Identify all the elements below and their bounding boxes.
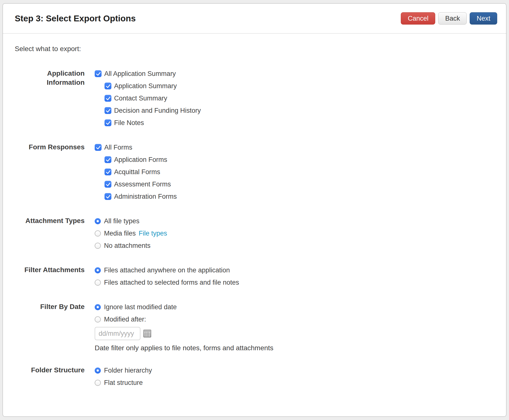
section-form-responses: Form Responses All Forms Application For… <box>15 141 494 203</box>
checkbox-decision-and-funding-history[interactable]: Decision and Funding History <box>105 104 201 117</box>
date-input[interactable] <box>95 327 140 340</box>
radio-label: Folder hierarchy <box>104 367 152 374</box>
radio-label: Flat structure <box>104 379 143 387</box>
checkbox-assessment-forms[interactable]: Assessment Forms <box>105 178 177 190</box>
section-filter-attachments: Filter Attachments Files attached anywhe… <box>15 264 494 289</box>
section-content: Ignore last modified date Modified after… <box>95 301 273 352</box>
checkbox-label: Assessment Forms <box>114 181 171 188</box>
section-label: Filter By Date <box>15 301 85 352</box>
section-content: All Forms Application Forms Acquittal Fo… <box>95 141 177 203</box>
checkbox-application-forms[interactable]: Application Forms <box>105 154 177 166</box>
file-types-link[interactable]: File types <box>139 230 167 237</box>
export-wizard-panel: Step 3: Select Export Options Cancel Bac… <box>2 3 507 417</box>
checkbox-label: Decision and Funding History <box>114 107 201 114</box>
checkbox-label: Acquittal Forms <box>114 168 160 176</box>
page-title: Step 3: Select Export Options <box>15 14 136 23</box>
date-input-row <box>95 326 273 341</box>
date-filter-note: Date filter only applies to file notes, … <box>95 344 273 352</box>
section-attachment-types: Attachment Types All file types Media fi… <box>15 215 494 252</box>
radio-label: Media files <box>104 230 136 237</box>
checkbox-label: Administration Forms <box>114 193 177 200</box>
radio-label: No attachments <box>104 242 150 250</box>
checkbox-icon[interactable] <box>95 144 102 151</box>
checkbox-label: All Forms <box>104 144 132 151</box>
section-label: Form Responses <box>15 141 85 203</box>
section-folder-structure: Folder Structure Folder hierarchy Flat s… <box>15 364 494 389</box>
radio-icon[interactable] <box>95 367 101 374</box>
checkbox-label: Application Forms <box>114 156 167 164</box>
radio-icon[interactable] <box>95 280 101 286</box>
cancel-button[interactable]: Cancel <box>401 12 435 25</box>
section-filter-by-date: Filter By Date Ignore last modified date… <box>15 301 494 352</box>
section-content: Folder hierarchy Flat structure <box>95 364 152 389</box>
section-label: Application Information <box>15 68 85 129</box>
radio-icon[interactable] <box>95 304 101 310</box>
section-label: Folder Structure <box>15 364 85 389</box>
calendar-icon[interactable] <box>143 330 151 337</box>
checkbox-icon[interactable] <box>105 181 111 188</box>
header-actions: Cancel Back Next <box>401 12 497 25</box>
checkbox-icon[interactable] <box>105 156 111 163</box>
radio-icon[interactable] <box>95 380 101 386</box>
radio-label: All file types <box>104 217 139 225</box>
radio-icon[interactable] <box>95 243 101 249</box>
section-label: Attachment Types <box>15 215 85 252</box>
radio-label: Files attached to selected forms and fil… <box>104 279 239 286</box>
panel-header: Step 3: Select Export Options Cancel Bac… <box>3 4 506 34</box>
intro-text: Select what to export: <box>15 45 494 53</box>
back-button[interactable]: Back <box>438 12 467 25</box>
radio-icon[interactable] <box>95 267 101 273</box>
radio-flat-structure[interactable]: Flat structure <box>95 377 152 389</box>
checkbox-icon[interactable] <box>105 95 111 102</box>
checkbox-label: Application Summary <box>114 82 177 90</box>
radio-all-file-types[interactable]: All file types <box>95 215 167 227</box>
section-application-information: Application Information All Application … <box>15 68 494 129</box>
next-button[interactable]: Next <box>470 12 497 25</box>
section-label: Filter Attachments <box>15 264 85 289</box>
radio-label: Ignore last modified date <box>104 303 177 311</box>
section-content: All file types Media files File types No… <box>95 215 167 252</box>
date-filter-block: Date filter only applies to file notes, … <box>95 326 273 352</box>
radio-files-attached-to-selected-forms-and-file-notes[interactable]: Files attached to selected forms and fil… <box>95 276 239 289</box>
panel-body: Select what to export: Application Infor… <box>3 34 506 389</box>
checkbox-icon[interactable] <box>105 168 111 175</box>
checkbox-icon[interactable] <box>105 119 111 126</box>
radio-label: Modified after: <box>104 316 146 323</box>
section-content: All Application Summary Application Summ… <box>95 68 201 129</box>
radio-no-attachments[interactable]: No attachments <box>95 239 167 252</box>
checkbox-icon[interactable] <box>105 193 111 200</box>
checkbox-application-summary[interactable]: Application Summary <box>105 80 201 92</box>
radio-folder-hierarchy[interactable]: Folder hierarchy <box>95 364 152 377</box>
section-content: Files attached anywhere on the applicati… <box>95 264 239 289</box>
checkbox-file-notes[interactable]: File Notes <box>105 117 201 129</box>
checkbox-icon[interactable] <box>105 83 111 89</box>
checkbox-icon[interactable] <box>95 70 102 77</box>
checkbox-administration-forms[interactable]: Administration Forms <box>105 190 177 203</box>
checkbox-icon[interactable] <box>105 107 111 114</box>
radio-label: Files attached anywhere on the applicati… <box>104 266 230 274</box>
checkbox-label: File Notes <box>114 119 144 127</box>
radio-icon[interactable] <box>95 218 101 224</box>
radio-modified-after[interactable]: Modified after: <box>95 313 273 325</box>
checkbox-label: Contact Summary <box>114 95 167 102</box>
radio-files-attached-anywhere-on-the-application[interactable]: Files attached anywhere on the applicati… <box>95 264 239 276</box>
checkbox-all-forms[interactable]: All Forms <box>95 141 177 154</box>
radio-media-files[interactable]: Media files File types <box>95 227 167 239</box>
checkbox-all-application-summary[interactable]: All Application Summary <box>95 68 201 80</box>
checkbox-contact-summary[interactable]: Contact Summary <box>105 92 201 104</box>
checkbox-label: All Application Summary <box>104 70 176 78</box>
radio-icon[interactable] <box>95 316 101 322</box>
radio-icon[interactable] <box>95 230 101 237</box>
checkbox-acquittal-forms[interactable]: Acquittal Forms <box>105 166 177 178</box>
radio-ignore-last-modified-date[interactable]: Ignore last modified date <box>95 301 273 313</box>
sections-container: Application Information All Application … <box>15 68 494 389</box>
